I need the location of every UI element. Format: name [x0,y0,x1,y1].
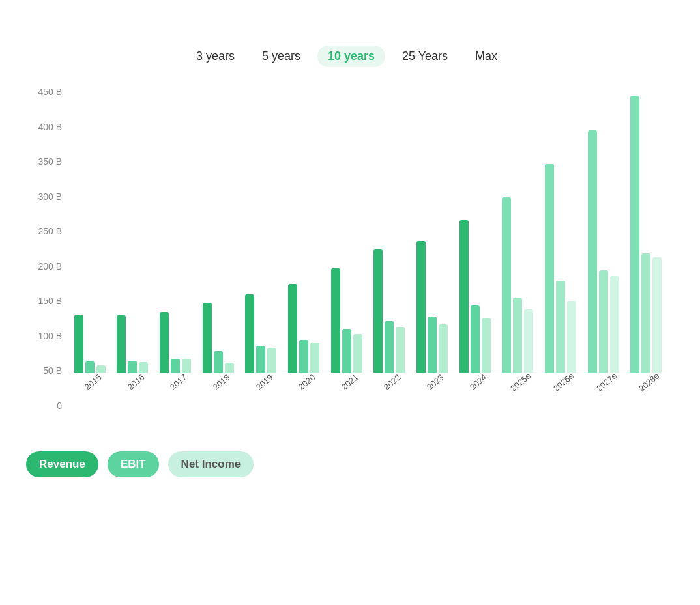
y-tick: 350 B [38,156,62,167]
bar-group-2026e [539,87,582,373]
bar-netincome [610,276,619,373]
bar-ebit [385,321,394,373]
bar-group-2024 [454,87,497,373]
bar-group-2023 [411,87,454,373]
bar-group-2022 [368,87,411,373]
x-row: 2015201620172018201920202021202220232024… [68,373,667,412]
time-btn-max[interactable]: Max [465,46,508,67]
bar-revenue [416,241,426,373]
time-filter-group: 3 years5 years10 years25 YearsMax [26,46,667,67]
bar-ebit [85,361,95,373]
legend: RevenueEBITNet Income [26,451,667,477]
bar-revenue [160,312,169,373]
bar-revenue [203,303,212,373]
legend-item-netincome[interactable]: Net Income [168,451,254,477]
bar-netincome [482,318,491,373]
y-tick: 250 B [38,226,62,236]
bar-revenue [117,315,126,373]
y-tick: 200 B [38,261,62,272]
time-btn-3y[interactable]: 3 years [186,46,245,67]
bar-ebit [556,281,565,373]
bar-revenue [459,220,469,373]
y-axis: 450 B400 B350 B300 B250 B200 B150 B100 B… [26,87,68,412]
bar-group-2020 [282,87,325,373]
bar-revenue [502,197,511,373]
y-tick: 100 B [38,331,62,341]
bar-netincome [524,309,533,373]
bars-row [68,87,667,373]
y-tick: 0 [57,401,62,411]
bar-group-2021 [325,87,368,373]
bar-revenue [74,315,83,373]
bar-revenue [588,130,597,373]
bar-group-2027e [582,87,625,373]
bar-ebit [641,253,650,373]
bar-ebit [342,329,351,373]
bar-group-2015 [68,87,111,373]
bar-revenue [288,284,297,373]
bar-group-2018 [197,87,240,373]
bar-ebit [599,270,608,373]
bar-netincome [652,257,662,373]
y-tick: 50 B [43,365,62,376]
y-tick: 150 B [38,296,62,306]
y-tick: 300 B [38,191,62,202]
bar-ebit [428,317,437,373]
bar-ebit [513,298,522,373]
y-tick: 450 B [38,87,62,97]
bar-group-2019 [240,87,283,373]
bar-ebit [171,359,180,373]
bar-revenue [630,96,639,373]
bar-revenue [545,164,554,373]
bar-revenue [245,294,254,373]
bar-revenue [331,268,340,373]
bar-revenue [373,249,383,373]
bar-ebit [299,340,308,373]
time-btn-5y[interactable]: 5 years [252,46,311,67]
bar-group-2016 [111,87,154,373]
bar-netincome [567,301,576,373]
bars-and-x: 2015201620172018201920202021202220232024… [68,87,667,412]
bar-group-2017 [154,87,197,373]
bar-ebit [214,351,223,373]
bar-group-2028e [624,87,667,373]
bar-ebit [256,346,265,373]
legend-item-ebit[interactable]: EBIT [108,451,159,477]
bar-ebit [128,361,137,373]
time-btn-10y[interactable]: 10 years [317,46,385,67]
time-btn-25y[interactable]: 25 Years [392,46,458,67]
chart-wrapper: 450 B400 B350 B300 B250 B200 B150 B100 B… [26,87,667,412]
legend-item-revenue[interactable]: Revenue [26,451,98,477]
y-tick: 400 B [38,122,62,132]
bar-ebit [471,305,480,373]
bar-group-2025e [496,87,539,373]
